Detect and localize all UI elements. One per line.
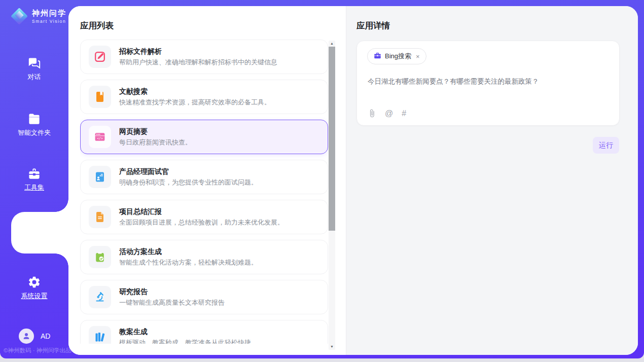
app-name: 教案生成 (119, 328, 251, 336)
app-description: 模板驱动，教案秒成，教学准备从此轻松快捷 (119, 339, 251, 344)
resume-icon (89, 166, 111, 188)
brand: 神州问学 Smart Vision (9, 6, 66, 26)
toolbox-icon (0, 167, 68, 180)
user-name: AD (41, 332, 50, 340)
app-description: 每日政府新闻资讯快查。 (119, 138, 192, 147)
note-icon (89, 206, 111, 228)
avatar[interactable] (19, 329, 34, 344)
paperclip-icon[interactable] (368, 109, 376, 118)
app-description: 快速精准查找学术资源，提高研究效率的必备工具。 (119, 98, 271, 106)
brand-name: 神州问学 (32, 9, 66, 18)
tool-tag-close-icon[interactable]: × (416, 53, 420, 60)
input-actions: @# (368, 109, 406, 118)
sidebar-item-toolkit[interactable]: 工具集 (0, 167, 68, 192)
app-detail-title: 应用详情 (356, 20, 390, 31)
book-icon (89, 86, 111, 108)
briefcase-icon (374, 52, 381, 61)
sidebar-item-chat[interactable]: 对话 (0, 56, 68, 82)
app-list-panel: 应用列表 招标文件解析帮助用户快速、准确地理解和解析招标书中的关键信息文献搜索快… (68, 6, 346, 355)
run-button[interactable]: 运行 (593, 137, 619, 154)
tool-tag-label: Bing搜索 (385, 52, 411, 61)
app-name: 文献搜索 (119, 87, 271, 96)
app-card-2[interactable]: 文献搜索快速精准查找学术资源，提高研究效率的必备工具。 (80, 80, 328, 114)
sidebar-item-settings[interactable]: 系统设置 (0, 275, 68, 301)
app-name: 招标文件解析 (119, 47, 277, 56)
scrollbar[interactable]: ▲ ▼ (329, 41, 335, 350)
app-description: 帮助用户快速、准确地理解和解析招标书中的关键信息 (119, 58, 277, 66)
scroll-up-arrow-icon[interactable]: ▲ (329, 41, 335, 46)
sidebar-item-label: 系统设置 (0, 292, 68, 301)
sidebar-item-smart-folder[interactable]: 智能文件夹 (0, 112, 68, 137)
chat-icon (0, 56, 68, 70)
folder-icon (0, 112, 68, 126)
clipboard-check-icon (89, 246, 111, 268)
sidebar-item-label: 应用市场 (0, 235, 68, 244)
brand-subtitle: Smart Vision (32, 19, 66, 24)
edit-square-icon (89, 46, 111, 68)
user-account[interactable]: AD (19, 329, 50, 344)
app-list-title: 应用列表 (80, 20, 114, 31)
prompt-card: Bing搜索 × 今日湖北有哪些新闻要点？有哪些需要关注的最新政策？ @# (356, 41, 620, 126)
copyright-text: ©神州数码 · 神州问学出品 (4, 347, 71, 354)
scroll-down-arrow-icon[interactable]: ▼ (329, 344, 335, 349)
browser-code-icon: </> (89, 126, 111, 148)
sidebar-item-label: 智能文件夹 (0, 128, 68, 137)
app-card-6[interactable]: 活动方案生成智能生成个性化活动方案，轻松解决规划难题。 (80, 240, 328, 274)
prompt-input[interactable]: 今日湖北有哪些新闻要点？有哪些需要关注的最新政策？ (368, 77, 609, 86)
hash-icon[interactable]: # (402, 109, 406, 118)
brand-diamond-logo-icon (9, 6, 29, 26)
cube-icon (0, 219, 68, 233)
microscope-icon (89, 286, 111, 308)
app-description: 明确身份和职责，为您提供专业性的面试问题。 (119, 178, 258, 187)
sidebar-item-label: 对话 (0, 73, 68, 82)
main-content: 应用列表 招标文件解析帮助用户快速、准确地理解和解析招标书中的关键信息文献搜索快… (68, 6, 638, 355)
app-detail-panel: 应用详情 Bing搜索 × 今日湖北有哪些新闻要点？有哪些需要关注的最新政策？ … (346, 6, 638, 355)
app-card-5[interactable]: 项目总结汇报全面回顾项目进展，总结经验教训，助力未来优化发展。 (80, 200, 328, 234)
app-name: 研究报告 (119, 287, 225, 296)
gear-icon (0, 275, 68, 289)
app-card-4[interactable]: 产品经理面试官明确身份和职责，为您提供专业性的面试问题。 (80, 160, 328, 194)
app-description: 智能生成个性化活动方案，轻松解决规划难题。 (119, 259, 258, 267)
sidebar: 神州问学 Smart Vision 对话智能文件夹工具集应用市场系统设置 AD … (0, 0, 68, 358)
tool-tag-bing-search[interactable]: Bing搜索 × (367, 48, 426, 64)
svg-text:</>: </> (97, 136, 103, 140)
app-name: 网页摘要 (119, 127, 192, 136)
app-card-7[interactable]: 研究报告一键智能生成高质量长文本研究报告 (80, 280, 328, 314)
app-name: 活动方案生成 (119, 247, 258, 256)
sidebar-item-label: 工具集 (0, 183, 68, 192)
app-description: 一键智能生成高质量长文本研究报告 (119, 299, 225, 307)
app-list: 招标文件解析帮助用户快速、准确地理解和解析招标书中的关键信息文献搜索快速精准查找… (80, 40, 328, 344)
books-icon (89, 326, 111, 344)
app-description: 全面回顾项目进展，总结经验教训，助力未来优化发展。 (119, 219, 284, 227)
app-card-3[interactable]: </>网页摘要每日政府新闻资讯快查。 (80, 120, 328, 154)
app-card-8[interactable]: 教案生成模板驱动，教案秒成，教学准备从此轻松快捷 (80, 320, 328, 344)
at-icon[interactable]: @ (385, 109, 393, 118)
person-icon (22, 332, 31, 341)
app-name: 产品经理面试官 (119, 167, 258, 176)
sidebar-item-app-market[interactable]: 应用市场 (0, 219, 68, 244)
app-card-1[interactable]: 招标文件解析帮助用户快速、准确地理解和解析招标书中的关键信息 (80, 40, 328, 74)
scrollbar-thumb[interactable] (329, 47, 335, 231)
app-name: 项目总结汇报 (119, 207, 284, 216)
